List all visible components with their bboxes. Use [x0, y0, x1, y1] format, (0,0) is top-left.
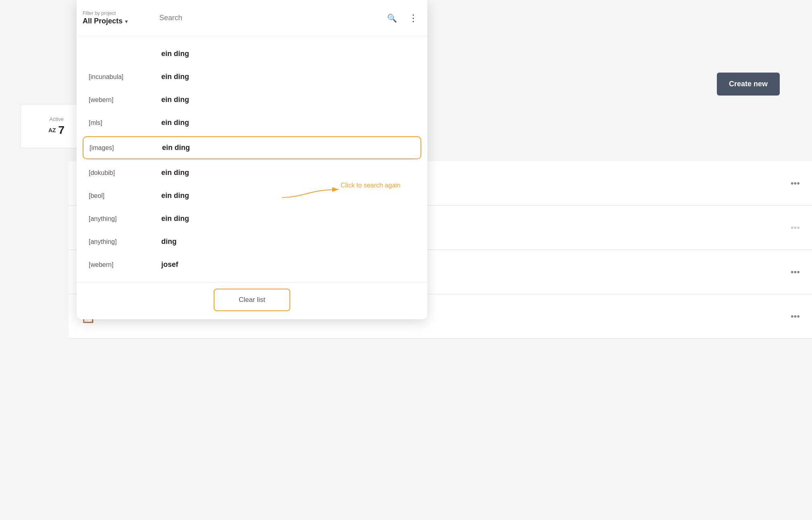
dropdown-item-9[interactable]: [webern] josef — [77, 253, 427, 276]
item-project-4: [images] — [90, 144, 162, 152]
active-label: Active — [49, 116, 63, 122]
dropdown-item-0[interactable]: ein ding — [77, 42, 427, 65]
dropdown-item-8[interactable]: [anything] ding — [77, 230, 427, 253]
filter-section: Filter by project All Projects ▾ — [83, 10, 147, 25]
dropdown-overlay: Filter by project All Projects ▾ 🔍 ⋮ ein… — [77, 0, 427, 319]
dropdown-item-2[interactable]: [webern] ein ding — [77, 88, 427, 111]
search-input[interactable] — [155, 10, 401, 25]
clear-list-section: Clear list — [77, 282, 427, 319]
item-name-2: ein ding — [161, 96, 189, 104]
item-name-6: ein ding — [161, 191, 189, 200]
more-options-icon[interactable]: ⋮ — [405, 12, 421, 24]
item-project-2: [webern] — [89, 96, 161, 104]
item-project-7: [anything] — [89, 215, 161, 223]
dropdown-item-7[interactable]: [anything] ein ding — [77, 207, 427, 230]
item-name-5: ein ding — [161, 168, 189, 177]
active-count: 7 — [58, 124, 65, 137]
create-new-button[interactable]: Create new — [717, 73, 780, 96]
az-sort-icon: AZ — [48, 127, 56, 133]
item-name-8: ding — [161, 237, 177, 246]
item-project-6: [beol] — [89, 192, 161, 200]
search-icon: 🔍 — [387, 13, 397, 23]
item-name-3: ein ding — [161, 119, 189, 127]
dropdown-item-3[interactable]: [mls] ein ding — [77, 111, 427, 134]
chevron-down-icon: ▾ — [125, 18, 128, 25]
item-project-3: [mls] — [89, 119, 161, 127]
item-name-9: josef — [161, 260, 178, 269]
list-row-more-1[interactable]: ••• — [791, 178, 800, 189]
item-name-4: ein ding — [162, 144, 190, 152]
dropdown-item-5[interactable]: [dokubib] ein ding — [77, 161, 427, 184]
dropdown-item-6[interactable]: [beol] ein ding — [77, 184, 427, 207]
filter-dropdown[interactable]: All Projects ▾ — [83, 17, 147, 25]
filter-label: Filter by project — [83, 10, 147, 16]
item-project-5: [dokubib] — [89, 169, 161, 177]
item-name-0: ein ding — [161, 50, 189, 58]
item-project-8: [anything] — [89, 238, 161, 245]
search-input-wrapper: 🔍 — [155, 10, 401, 25]
dropdown-list: ein ding [incunabula] ein ding [webern] … — [77, 36, 427, 282]
item-project-1: [incunabula] — [89, 73, 161, 81]
dropdown-item-4-highlighted[interactable]: [images] ein ding — [83, 136, 421, 159]
list-row-more-3[interactable]: ••• — [791, 267, 800, 277]
search-bar: Filter by project All Projects ▾ 🔍 ⋮ — [77, 0, 427, 36]
item-project-9: [webern] — [89, 261, 161, 268]
active-icon-row: AZ 7 — [48, 124, 65, 137]
item-name-7: ein ding — [161, 214, 189, 223]
dropdown-item-1[interactable]: [incunabula] ein ding — [77, 65, 427, 88]
list-row-more-4[interactable]: ••• — [791, 311, 800, 322]
filter-value: All Projects — [83, 17, 123, 25]
item-name-1: ein ding — [161, 73, 189, 81]
clear-list-button[interactable]: Clear list — [214, 289, 290, 311]
list-row-more-2: ••• — [791, 223, 800, 233]
